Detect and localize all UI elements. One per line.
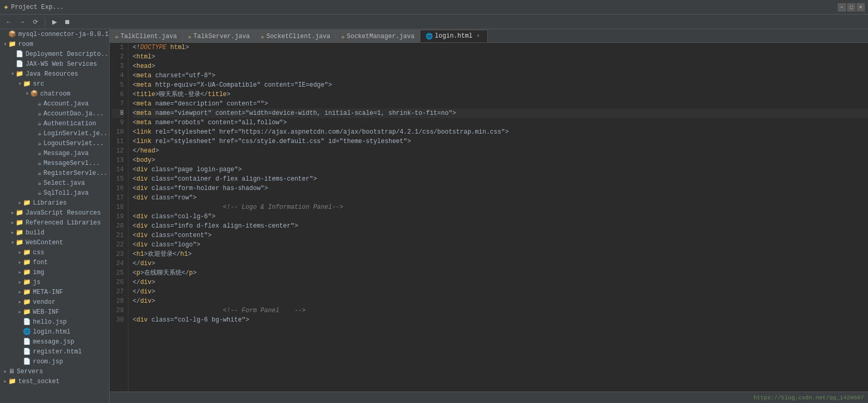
tree-icon: ☕	[38, 179, 41, 187]
tab-close-btn[interactable]: ×	[475, 32, 482, 40]
tab-loginhtml[interactable]: 🌐login.html×	[420, 30, 488, 42]
tab-talkclient[interactable]: ☕TalkClient.java	[110, 30, 183, 42]
tab-talkserver[interactable]: ☕TalkServer.java	[183, 30, 256, 42]
minimize-button[interactable]: −	[838, 3, 846, 11]
sidebar-item-css[interactable]: ▸ 📁 css	[0, 247, 109, 257]
code-line-13: <body>	[133, 156, 868, 165]
sidebar-item-font[interactable]: ▸ 📁 font	[0, 257, 109, 267]
sidebar-item-registerservle[interactable]: ☕ RegisterServle...	[0, 168, 109, 178]
line-number-6: 6	[112, 90, 124, 99]
title-bar-controls: − □ ×	[835, 3, 868, 11]
line-number-3: 3	[112, 62, 124, 71]
sidebar-item-account[interactable]: ☕ Account.java	[0, 99, 109, 109]
line-number-7: 7	[112, 99, 124, 109]
sidebar-item-vendor[interactable]: ▸ 📁 vendor	[0, 297, 109, 307]
code-line-22: <div class="logo">	[133, 240, 868, 250]
sidebar-item-jaxws[interactable]: 📄 JAX-WS Web Services	[0, 59, 109, 69]
sidebar-item-java-resources[interactable]: ▾ 📁 Java Resources	[0, 69, 109, 79]
tree-label: Select.java	[43, 180, 85, 187]
tab-socketclient[interactable]: ☕SocketClient.java	[255, 30, 336, 42]
tab-socketmanager[interactable]: ☕SocketManager.java	[336, 30, 420, 42]
sidebar-item-src[interactable]: ▾ 📁 src	[0, 79, 109, 89]
sidebar-item-roomjsp[interactable]: 📄 room.jsp	[0, 357, 109, 366]
sidebar-item-loginservlet[interactable]: ☕ LoginServlet.je...	[0, 128, 109, 138]
sidebar-item-hellojsp[interactable]: 📄 hello.jsp	[0, 317, 109, 327]
code-line-16: <div class="form-holder has-shadow">	[133, 184, 868, 193]
sidebar-item-chatroom[interactable]: ▾ 📦 chatroom	[0, 89, 109, 99]
tree-icon: ☕	[38, 189, 41, 197]
sidebar-item-deployment[interactable]: 📄 Deployment Descripto...	[0, 49, 109, 59]
tree-label: vendor	[33, 299, 55, 306]
tree-arrow: ▸	[2, 377, 8, 385]
sidebar-item-webcontent[interactable]: ▾ 📁 WebContent	[0, 238, 109, 247]
tree-label: Authentication	[43, 120, 96, 127]
code-line-12: </head>	[133, 146, 868, 156]
sidebar-item-img[interactable]: ▸ 📁 img	[0, 267, 109, 277]
maximize-button[interactable]: □	[847, 3, 855, 11]
refresh-button[interactable]: ⟳	[30, 17, 41, 27]
sidebar-item-registerhtml[interactable]: 📄 register.html	[0, 347, 109, 357]
sidebar-item-messageservl[interactable]: ☕ MessageServl...	[0, 158, 109, 168]
forward-button[interactable]: →	[17, 17, 28, 27]
stop-button[interactable]: ⏹	[62, 17, 73, 27]
code-line-6: <title>聊天系统-登录</title>	[133, 90, 868, 99]
tab-label: SocketManager.java	[347, 33, 415, 40]
code-line-10: <link rel="stylesheet" href="https://aja…	[133, 127, 868, 137]
tree-label: Servers	[17, 368, 43, 375]
tree-icon: ☕	[38, 120, 41, 127]
tree-arrow: ▾	[9, 239, 16, 246]
sidebar-item-messagejs[interactable]: 📄 message.jsp	[0, 337, 109, 347]
sidebar-item-libraries[interactable]: ▸ 📁 Libraries	[0, 198, 109, 208]
tree-icon: ☕	[38, 169, 41, 177]
sidebar-item-test-socket[interactable]: ▸ 📁 test_socket	[0, 376, 109, 386]
sidebar-item-loginhtml-file[interactable]: 🌐 login.html	[0, 327, 109, 337]
tree-icon: 📄	[16, 50, 24, 58]
run-button[interactable]: ▶	[50, 17, 60, 27]
tree-icon: 📁	[23, 308, 31, 316]
sidebar-item-meta-inf[interactable]: ▸ 📁 META-INF	[0, 287, 109, 297]
code-line-20: <div class="info d-flex align-items-cent…	[133, 221, 868, 231]
sidebar-item-message[interactable]: ☕ Message.java	[0, 148, 109, 158]
code-line-1: <!DOCTYPE html>	[133, 43, 868, 52]
sidebar-item-referenced-libraries[interactable]: ▸ 📁 Referenced Libraries	[0, 218, 109, 228]
close-button[interactable]: ×	[857, 3, 865, 11]
tree-arrow: ▸	[17, 298, 23, 306]
tree-label: Message.java	[43, 150, 88, 157]
sidebar-item-room[interactable]: ▾ 📁 room	[0, 39, 109, 49]
sidebar-item-build[interactable]: ▸ 📁 build	[0, 228, 109, 238]
sidebar-item-js[interactable]: ▸ 📁 js	[0, 277, 109, 287]
tree-label: WEB-INF	[33, 309, 59, 316]
code-line-26: </div>	[133, 278, 868, 287]
code-line-30: <div class="col-lg-6 bg-white">	[133, 315, 868, 325]
sidebar-item-servers[interactable]: ▸ 🖥 Servers	[0, 366, 109, 376]
code-line-3: <head>	[133, 62, 868, 71]
tree-arrow: ▸	[2, 368, 8, 375]
tree-label: hello.jsp	[33, 318, 67, 326]
sidebar-item-mysql[interactable]: 📦 mysql-connector-ja-8.0.17	[0, 29, 109, 39]
tree-icon: ☕	[38, 129, 41, 137]
code-editor[interactable]: 1234567891011121314151617181920212223242…	[110, 43, 868, 392]
tree-icon: 📄	[16, 60, 24, 68]
line-number-15: 15	[112, 174, 124, 184]
tree-icon: 📄	[23, 338, 31, 346]
tree-arrow: ▸	[17, 278, 23, 286]
code-line-25: <p>在线聊天系统</p>	[133, 268, 868, 278]
tree-icon: 📁	[23, 248, 31, 256]
tree-arrow: ▾	[24, 90, 30, 98]
code-line-11: <link rel="stylesheet" href="css/style.d…	[133, 137, 868, 146]
sidebar-item-sqltoll[interactable]: ☕ SqlToll.java	[0, 188, 109, 198]
sidebar-item-javascript-resources[interactable]: ▸ 📁 JavaScript Resources	[0, 208, 109, 218]
line-number-13: 13	[112, 156, 124, 165]
sidebar-item-authentication[interactable]: ☕ Authentication	[0, 118, 109, 128]
back-button[interactable]: ←	[3, 17, 15, 27]
tree-label: register.html	[33, 348, 82, 355]
tree-label: Referenced Libraries	[26, 219, 101, 227]
tree-label: room.jsp	[33, 358, 63, 365]
tree-icon: 📁	[23, 268, 31, 276]
sidebar-item-web-inf[interactable]: ▸ 📁 WEB-INF	[0, 307, 109, 317]
sidebar-item-logoutservlet[interactable]: ☕ LogoutServlet...	[0, 138, 109, 148]
line-number-1: 1	[112, 43, 124, 52]
sidebar-item-accountdao[interactable]: ☕ AccountDao.ja...	[0, 109, 109, 118]
tree-arrow: ▸	[17, 288, 23, 296]
sidebar-item-select[interactable]: ☕ Select.java	[0, 178, 109, 188]
